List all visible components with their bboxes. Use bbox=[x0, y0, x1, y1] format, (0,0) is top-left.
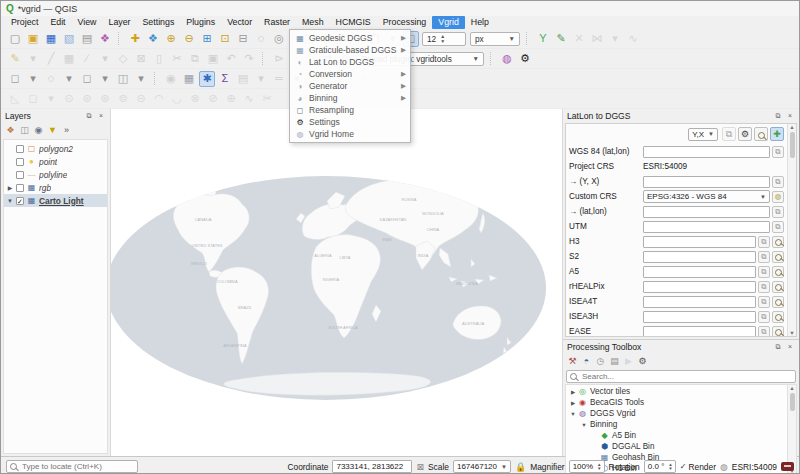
latlon-field-input[interactable] bbox=[643, 206, 770, 218]
vgrid-globe-button[interactable]: ◍ bbox=[499, 51, 515, 67]
size-spinbox[interactable]: 12▲▼ bbox=[422, 32, 466, 46]
menubar-item-plugins[interactable]: Plugins bbox=[180, 16, 221, 29]
zoom-to-cell-button[interactable] bbox=[754, 127, 768, 141]
extents-icon[interactable]: ⊠ bbox=[416, 462, 424, 472]
layer-checkbox[interactable] bbox=[16, 158, 24, 166]
copy-button[interactable]: ⧉ bbox=[758, 311, 770, 323]
float-panel-icon[interactable]: ⧉ bbox=[773, 112, 783, 120]
menubar-item-hcmgis[interactable]: HCMGIS bbox=[330, 16, 377, 29]
scale-combo[interactable]: 167467120 ▼ bbox=[453, 460, 511, 473]
tree-item-dggal-bin[interactable]: ⬢DGGAL Bin bbox=[566, 441, 787, 452]
expander-icon[interactable]: ▼ bbox=[580, 422, 588, 428]
scroll-up-icon[interactable]: ▲ bbox=[789, 385, 794, 391]
statistics-button[interactable]: Σ bbox=[217, 71, 233, 87]
new-print-layout-button[interactable]: ▤ bbox=[79, 31, 95, 47]
locator-input[interactable] bbox=[20, 461, 134, 472]
menubar-item-settings[interactable]: Settings bbox=[137, 16, 181, 29]
deselect-all-button[interactable]: ◻ bbox=[79, 71, 95, 87]
units-combo[interactable]: px▼ bbox=[470, 32, 520, 46]
close-panel-icon[interactable]: × bbox=[785, 112, 795, 119]
ease-field-input[interactable] bbox=[643, 326, 756, 337]
zoom-full-button[interactable]: ⊞ bbox=[199, 31, 215, 47]
zoom-to-cell-button[interactable] bbox=[772, 236, 784, 248]
menubar-item-view[interactable]: View bbox=[72, 16, 103, 29]
menubar-item-project[interactable]: Project bbox=[5, 16, 44, 29]
select-by-value-caret[interactable]: ▾ bbox=[133, 71, 149, 87]
copy-button[interactable]: ⧉ bbox=[758, 296, 770, 308]
expander-icon[interactable]: ▼ bbox=[6, 198, 14, 204]
select-freehand-button[interactable]: ◌ bbox=[43, 71, 59, 87]
menu-item-binning[interactable]: ◕Binning▶ bbox=[290, 92, 410, 104]
add-group-button[interactable]: ◫ bbox=[18, 124, 31, 137]
panel-settings-button[interactable]: ⚙ bbox=[738, 127, 752, 141]
render-checkbox[interactable]: ✓ Render bbox=[680, 462, 716, 472]
layer-item-rgb[interactable]: ▶▦rgb bbox=[4, 181, 107, 194]
digitize-with-shape-button[interactable]: ✎ bbox=[553, 31, 569, 47]
copy-button[interactable]: ⧉ bbox=[758, 251, 770, 263]
rhealpix-field-input[interactable] bbox=[643, 281, 756, 293]
processing-scrollbar[interactable]: ▲ ▼ bbox=[787, 385, 796, 474]
menubar-item-help[interactable]: Help bbox=[465, 16, 495, 29]
menu-item-graticule-based-dggs[interactable]: ▦Graticule-based DGGS▶ bbox=[290, 44, 410, 56]
zoom-to-layer-button[interactable]: ⊟ bbox=[235, 31, 251, 47]
tree-item-binning[interactable]: ▼Binning bbox=[566, 419, 787, 430]
float-panel-icon[interactable]: ⧉ bbox=[773, 343, 783, 351]
magnifier-spinbox[interactable]: 100% ▲▼ bbox=[569, 460, 605, 473]
layer-checkbox[interactable] bbox=[16, 145, 24, 153]
select-freehand-caret[interactable]: ▾ bbox=[61, 71, 77, 87]
menu-item-generator[interactable]: ◑Generator▶ bbox=[290, 80, 410, 92]
lock-icon[interactable]: 🔒 bbox=[515, 462, 526, 472]
menubar-item-vector[interactable]: Vector bbox=[221, 16, 258, 29]
pan-map-button[interactable]: ✚ bbox=[127, 31, 143, 47]
messages-icon[interactable] bbox=[781, 462, 794, 471]
expander-icon[interactable]: ▼ bbox=[569, 411, 577, 417]
menubar-item-vgrid[interactable]: Vgrid bbox=[432, 16, 465, 29]
new-project-button[interactable]: ▢ bbox=[7, 31, 23, 47]
copy-button[interactable]: ⧉ bbox=[772, 176, 784, 188]
copy-button[interactable]: ⧉ bbox=[772, 206, 784, 218]
tree-item-dggs-vgrid[interactable]: ▼◍DGGS Vgrid bbox=[566, 408, 787, 419]
expander-icon[interactable]: ▶ bbox=[6, 184, 14, 191]
menubar-item-layer[interactable]: Layer bbox=[102, 16, 136, 29]
menubar-item-raster[interactable]: Raster bbox=[258, 16, 296, 29]
select-by-value-button[interactable]: ◫ bbox=[115, 71, 131, 87]
copy-button[interactable]: ⧉ bbox=[772, 221, 784, 233]
save-project-button[interactable]: ▦ bbox=[43, 31, 59, 47]
zoom-to-cell-button[interactable] bbox=[772, 326, 784, 337]
isea3h-field-input[interactable] bbox=[643, 311, 756, 323]
manage-map-themes-button[interactable]: ◉ bbox=[32, 124, 45, 137]
layer-item-carto-light[interactable]: ▼✓▦Carto Light bbox=[4, 194, 107, 207]
rotation-spinbox[interactable]: 0.0 ° ▲▼ bbox=[644, 460, 676, 473]
menu-item-conversion[interactable]: ◔Conversion▶ bbox=[290, 68, 410, 80]
zoom-to-cell-button[interactable] bbox=[772, 266, 784, 278]
copy-button[interactable]: ⧉ bbox=[758, 236, 770, 248]
style-manager-button[interactable]: ❖ bbox=[97, 31, 113, 47]
zoom-next-button[interactable]: ◎ bbox=[271, 31, 287, 47]
expander-icon[interactable]: ▶ bbox=[569, 400, 577, 406]
latlon-scrollbar[interactable]: ▲ ▼ bbox=[787, 124, 796, 336]
history-button[interactable]: ◷ bbox=[594, 355, 607, 368]
zoom-to-cell-button[interactable] bbox=[772, 296, 784, 308]
s2-field-input[interactable] bbox=[643, 251, 756, 263]
layer-item-point[interactable]: ●point bbox=[4, 155, 107, 168]
yx-field-input[interactable] bbox=[643, 176, 770, 188]
open-project-button[interactable]: ▣ bbox=[25, 31, 41, 47]
crs-status[interactable]: ESRI:54009 bbox=[732, 462, 777, 472]
scroll-down-icon[interactable]: ▼ bbox=[789, 330, 794, 336]
picker-button[interactable]: ✚ bbox=[770, 127, 784, 141]
h3-field-input[interactable] bbox=[643, 236, 756, 248]
menu-item-resampling[interactable]: ◻Resampling bbox=[290, 104, 410, 116]
menu-item-vgrid-home[interactable]: ◍Vgrid Home bbox=[290, 128, 410, 140]
close-panel-icon[interactable]: × bbox=[785, 343, 795, 350]
scroll-up-icon[interactable]: ▲ bbox=[789, 124, 794, 130]
crs-picker-button[interactable]: ◍ bbox=[772, 191, 784, 203]
pan-to-selection-button[interactable]: ❖ bbox=[145, 31, 161, 47]
select-features-caret[interactable]: ▾ bbox=[25, 71, 41, 87]
orientation-combo[interactable]: Y,X ▼ bbox=[688, 128, 718, 141]
copy-button[interactable]: ⧉ bbox=[772, 146, 784, 158]
utm-field-input[interactable] bbox=[643, 221, 770, 233]
tracing-button[interactable]: Y bbox=[535, 31, 551, 47]
zoom-in-button[interactable]: ⊕ bbox=[163, 31, 179, 47]
layer-item-polygon2[interactable]: ▢polygon2 bbox=[4, 142, 107, 155]
attribute-table-button[interactable]: ▦ bbox=[181, 71, 197, 87]
